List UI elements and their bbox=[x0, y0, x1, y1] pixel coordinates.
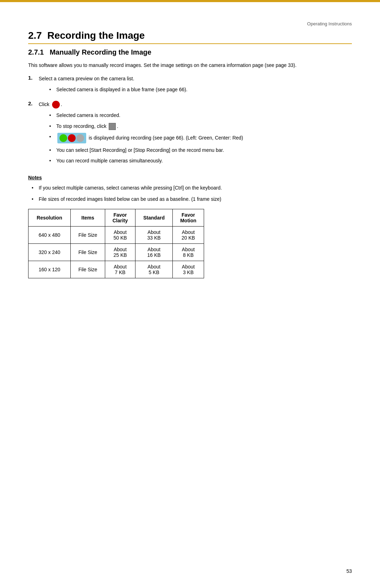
recording-indicators bbox=[57, 133, 86, 143]
notes-list: If you select multiple cameras, select c… bbox=[32, 184, 352, 203]
step-2: 2. Click . Selected camera is recorded. … bbox=[28, 100, 352, 168]
table-row: 320 x 240 File Size About25 KB About16 K… bbox=[28, 243, 204, 261]
note-2: File sizes of recorded images listed bel… bbox=[32, 195, 352, 203]
col-header-favor-motion: FavorMotion bbox=[173, 209, 204, 226]
step-2-bullet-4: You can select [Start Recording] or [Sto… bbox=[49, 146, 352, 154]
res-320: 320 x 240 bbox=[28, 243, 71, 261]
col-header-favor-clarity: FavorClarity bbox=[105, 209, 135, 226]
step-2-bullet-2: To stop recording, click . bbox=[49, 122, 352, 130]
items-640: File Size bbox=[71, 226, 105, 243]
section-title: 2.7 Recording the Image bbox=[28, 30, 352, 44]
standard-320: About16 KB bbox=[135, 243, 173, 261]
standard-640: About33 KB bbox=[135, 226, 173, 243]
intro-paragraph: This software allows you to manually rec… bbox=[28, 61, 352, 69]
subsection-title: 2.7.1 Manually Recording the Image bbox=[28, 48, 352, 56]
step-2-text: Click bbox=[39, 101, 49, 107]
res-160: 160 x 120 bbox=[28, 261, 71, 278]
step-2-number: 2. bbox=[28, 100, 35, 106]
red-indicator bbox=[68, 134, 76, 142]
step-1-bullet-1: Selected camera is displayed in a blue f… bbox=[49, 86, 352, 93]
clarity-640: About50 KB bbox=[105, 226, 135, 243]
record-button-icon bbox=[52, 101, 60, 109]
res-640: 640 x 480 bbox=[28, 226, 71, 243]
motion-640: About20 KB bbox=[173, 226, 204, 243]
clarity-160: About7 KB bbox=[105, 261, 135, 278]
step-1-bullets: Selected camera is displayed in a blue f… bbox=[49, 86, 352, 93]
gray-indicator bbox=[76, 134, 84, 142]
step-1-number: 1. bbox=[28, 75, 35, 81]
table-row: 640 x 480 File Size About50 KB About33 K… bbox=[28, 226, 204, 243]
top-decorative-bar bbox=[0, 0, 380, 2]
table-header-row: Resolution Items FavorClarity Standard F… bbox=[28, 209, 204, 226]
step-2-bullet-3: is displayed during recording (see page … bbox=[49, 133, 352, 143]
step-2-bullet-1: Selected camera is recorded. bbox=[49, 111, 352, 119]
clarity-320: About25 KB bbox=[105, 243, 135, 261]
table-row: 160 x 120 File Size About7 KB About5 KB … bbox=[28, 261, 204, 278]
page-number: 53 bbox=[346, 568, 352, 574]
step-2-bullets: Selected camera is recorded. To stop rec… bbox=[49, 111, 352, 165]
notes-section: Notes If you select multiple cameras, se… bbox=[28, 175, 352, 203]
col-header-standard: Standard bbox=[135, 209, 173, 226]
green-indicator bbox=[59, 134, 67, 142]
motion-160: About3 KB bbox=[173, 261, 204, 278]
file-size-table: Resolution Items FavorClarity Standard F… bbox=[28, 209, 204, 278]
step-1: 1. Select a camera preview on the camera… bbox=[28, 75, 352, 96]
col-header-items: Items bbox=[71, 209, 105, 226]
items-160: File Size bbox=[71, 261, 105, 278]
notes-title: Notes bbox=[28, 175, 352, 180]
motion-320: About8 KB bbox=[173, 243, 204, 261]
standard-160: About5 KB bbox=[135, 261, 173, 278]
note-1: If you select multiple cameras, select c… bbox=[32, 184, 352, 192]
items-320: File Size bbox=[71, 243, 105, 261]
header-label: Operating Instructions bbox=[28, 21, 352, 26]
stop-button-icon bbox=[109, 123, 116, 130]
col-header-resolution: Resolution bbox=[28, 209, 71, 226]
step-2-bullet-5: You can record multiple cameras simultan… bbox=[49, 157, 352, 165]
step-1-text: Select a camera preview on the camera li… bbox=[39, 76, 134, 81]
